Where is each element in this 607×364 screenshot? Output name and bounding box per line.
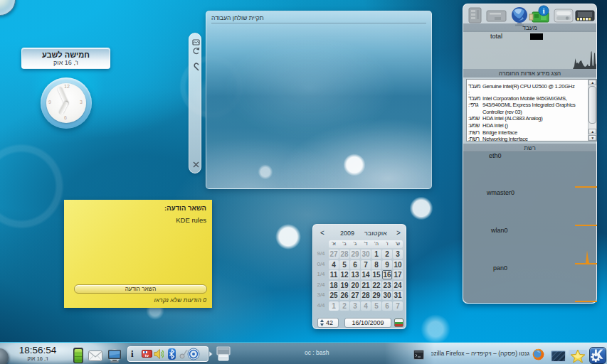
svg-text:i: i (542, 6, 544, 15)
